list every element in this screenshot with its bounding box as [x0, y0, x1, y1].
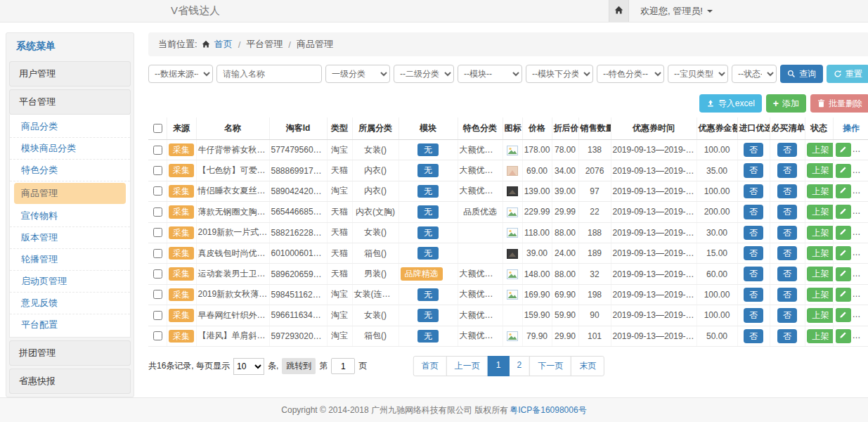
sidebar-item-message-management[interactable]: 消息管理	[9, 397, 131, 397]
status-toggle[interactable]: 上架	[807, 308, 834, 322]
must-buy-toggle[interactable]: 否	[777, 308, 797, 322]
import-excel-button[interactable]: 导入excel	[699, 94, 762, 113]
must-buy-toggle[interactable]: 否	[777, 267, 797, 281]
row-checkbox[interactable]	[153, 290, 162, 299]
filter-level1-category-select[interactable]: 一级分类	[325, 65, 390, 83]
batch-delete-button[interactable]: 批量删除	[810, 94, 868, 113]
status-toggle[interactable]: 上架	[807, 288, 834, 302]
select-all-checkbox[interactable]	[153, 124, 162, 133]
edit-button[interactable]	[836, 308, 851, 322]
status-toggle[interactable]: 上架	[807, 246, 834, 260]
status-toggle[interactable]: 上架	[807, 205, 834, 219]
filter-level2-category-select[interactable]: --二级分类--	[394, 65, 454, 83]
sidebar-item-goods-category[interactable]: 商品分类	[10, 116, 130, 138]
must-buy-toggle[interactable]: 否	[777, 143, 797, 157]
jump-page-input[interactable]	[331, 358, 355, 374]
icp-link[interactable]: 粤ICP备16098006号	[510, 404, 586, 416]
source-cell: 采集	[167, 222, 196, 243]
filter-status-select[interactable]: --状态--	[732, 65, 777, 83]
status-toggle[interactable]: 上架	[807, 226, 834, 240]
import-select-toggle[interactable]: 否	[744, 143, 763, 157]
row-checkbox[interactable]	[153, 146, 162, 155]
pager-button-下一页[interactable]: 下一页	[529, 356, 571, 376]
edit-button[interactable]	[836, 329, 851, 343]
row-checkbox[interactable]	[153, 331, 162, 340]
row-checkbox[interactable]	[153, 166, 162, 175]
price-cell: 178.00	[522, 140, 552, 160]
import-select-toggle[interactable]: 否	[744, 246, 763, 260]
pager-button-1[interactable]: 1	[488, 356, 510, 376]
status-toggle[interactable]: 上架	[807, 267, 834, 281]
row-checkbox[interactable]	[153, 249, 162, 258]
must-buy-toggle[interactable]: 否	[777, 246, 797, 260]
row-checkbox[interactable]	[153, 207, 162, 217]
edit-button[interactable]	[836, 205, 851, 219]
filter-module-select[interactable]: --模块--	[458, 65, 522, 83]
import-excel-label: 导入excel	[718, 98, 755, 110]
import-select-toggle[interactable]: 否	[744, 184, 763, 198]
type-cell: 淘宝	[327, 305, 352, 326]
filter-module-subcategory-select[interactable]: --模块下分类--	[526, 65, 593, 83]
must-buy-toggle[interactable]: 否	[777, 163, 797, 177]
filter-data-source-select[interactable]: --数据来源--	[148, 65, 213, 83]
import-select-toggle[interactable]: 否	[744, 288, 763, 302]
must-buy-toggle[interactable]: 否	[777, 226, 797, 240]
sidebar-item-user-management[interactable]: 用户管理	[9, 61, 131, 87]
query-button[interactable]: 查询	[780, 65, 823, 83]
home-button[interactable]	[609, 0, 629, 22]
pager-button-上一页[interactable]: 上一页	[446, 356, 488, 376]
edit-button[interactable]	[836, 267, 851, 281]
status-toggle[interactable]: 上架	[807, 163, 834, 177]
row-checkbox[interactable]	[153, 228, 162, 237]
import-select-toggle[interactable]: 否	[744, 308, 763, 322]
import-select-toggle[interactable]: 否	[744, 267, 763, 281]
sidebar-item-module-goods-category[interactable]: 模块商品分类	[10, 138, 130, 160]
sidebar-item-promo-materials[interactable]: 宣传物料	[10, 205, 130, 227]
status-toggle[interactable]: 上架	[807, 329, 834, 343]
icon-cell	[503, 160, 522, 181]
sales-cell: 2076	[578, 160, 611, 181]
sidebar-item-feedback[interactable]: 意见反馈	[10, 293, 130, 314]
must-buy-toggle[interactable]: 否	[777, 288, 797, 302]
reset-button[interactable]: 重置	[827, 65, 868, 83]
user-menu[interactable]: 欢迎您, 管理员!	[640, 5, 713, 18]
import-select-toggle[interactable]: 否	[744, 226, 763, 240]
sidebar-item-platform-management[interactable]: 平台管理	[9, 89, 131, 115]
sidebar-item-carousel-management[interactable]: 轮播管理	[10, 249, 130, 271]
sidebar-item-goods-management[interactable]: 商品管理	[14, 183, 126, 204]
status-toggle[interactable]: 上架	[807, 184, 834, 198]
sidebar-item-group-buy-management[interactable]: 拼团管理	[9, 340, 131, 366]
edit-button[interactable]	[836, 184, 851, 198]
sidebar-item-savings-news[interactable]: 省惠快报	[9, 369, 131, 394]
edit-button[interactable]	[836, 164, 851, 178]
pager-button-首页[interactable]: 首页	[413, 356, 447, 376]
must-buy-toggle[interactable]: 否	[777, 205, 797, 219]
add-button[interactable]: + 添加	[766, 94, 806, 113]
edit-button[interactable]	[836, 246, 851, 260]
filter-item-type-select[interactable]: --宝贝类型--	[668, 65, 728, 83]
row-checkbox[interactable]	[153, 311, 162, 320]
edit-button[interactable]	[836, 288, 851, 302]
edit-button[interactable]	[836, 226, 851, 240]
import-select-toggle[interactable]: 否	[744, 205, 763, 219]
must-buy-toggle[interactable]: 否	[777, 184, 797, 198]
filter-name-input[interactable]	[216, 65, 322, 83]
pager-button-2[interactable]: 2	[509, 356, 531, 376]
sidebar-item-platform-config[interactable]: 平台配置	[10, 314, 130, 335]
edit-button[interactable]	[836, 143, 851, 157]
sidebar-item-version-management[interactable]: 版本管理	[10, 227, 130, 249]
filter-feature-category-select[interactable]: --特色分类--	[597, 65, 664, 83]
sidebar-item-feature-category[interactable]: 特色分类	[10, 160, 130, 181]
row-checkbox[interactable]	[153, 186, 162, 196]
per-page-select[interactable]: 10	[233, 358, 264, 375]
pager-button-末页[interactable]: 末页	[571, 356, 604, 376]
row-checkbox[interactable]	[153, 269, 162, 279]
status-toggle[interactable]: 上架	[807, 143, 834, 157]
import-select-toggle[interactable]: 否	[744, 163, 763, 177]
sidebar-item-splash-page-management[interactable]: 启动页管理	[10, 271, 130, 293]
edit-icon	[839, 248, 847, 259]
breadcrumb-home-link[interactable]: 首页	[214, 38, 233, 51]
import-select-toggle[interactable]: 否	[744, 329, 763, 343]
sales-cell: 188	[578, 222, 611, 243]
must-buy-toggle[interactable]: 否	[777, 329, 797, 343]
